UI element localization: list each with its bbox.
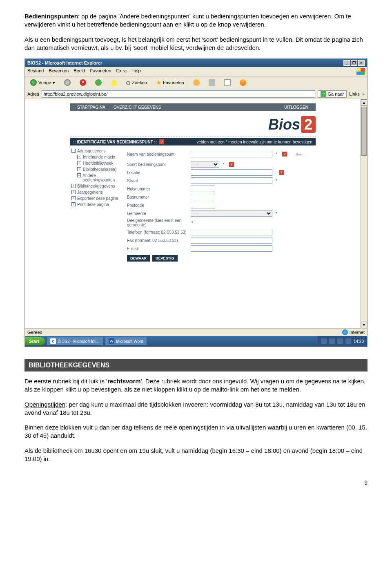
messenger-button[interactable] <box>237 78 249 87</box>
label-straat: Straat <box>127 179 188 183</box>
star-icon: ★ <box>156 80 161 85</box>
expand-icon: + <box>77 167 81 171</box>
vertical-scrollbar[interactable]: ▲ ▼ <box>361 99 367 328</box>
required-star: * <box>276 211 277 216</box>
help-icon[interactable]: ? <box>159 139 164 144</box>
expand-icon: + <box>71 196 76 200</box>
go-button[interactable]: Ga naar <box>318 90 347 98</box>
top-nav: STARTPAGINA OVERZICHT GEGEVENS UITLOGGEN <box>70 103 316 111</box>
status-zone: Internet <box>350 330 365 335</box>
window-titlebar: BIOS2 - Microsoft Internet Explorer _ ❐ … <box>25 59 367 67</box>
tree-adresgegevens[interactable]: −Adresgegevens <box>71 148 125 154</box>
maximize-button[interactable]: ❐ <box>351 60 357 66</box>
tree-inrichtende[interactable]: +Inrichtende macht <box>71 154 125 160</box>
menu-bestand[interactable]: Bestand <box>27 68 44 75</box>
help-icon[interactable]: ? <box>282 152 287 157</box>
red-arrow-icon: ← <box>294 149 303 159</box>
back-button[interactable]: Vorige ▾ <box>27 78 58 87</box>
nav-uitloggen[interactable]: UITLOGGEN <box>280 103 312 111</box>
paragraph-toevoegen: Als u een bedieningspunt toevoegt, is he… <box>24 36 368 52</box>
required-star: * <box>223 162 224 167</box>
forward-button[interactable] <box>61 78 74 87</box>
forward-icon <box>64 79 71 86</box>
label-deelgemeente: Deelgemeente (kies eerst een gemeente) <box>127 218 188 227</box>
input-huisnr[interactable] <box>191 186 215 192</box>
select-soort[interactable]: --- <box>191 161 219 168</box>
logo-row: Bios2 <box>70 116 316 133</box>
nav-overzicht[interactable]: OVERZICHT GEGEVENS <box>109 103 165 111</box>
input-telefoon[interactable] <box>191 229 272 235</box>
tree-jaargegevens[interactable]: +Jaargegevens <box>71 189 125 195</box>
paragraph-bedieningspunten: Bedieningspunten: op de pagina 'Andere b… <box>24 12 368 29</box>
menu-bewerken[interactable]: Bewerken <box>49 68 69 75</box>
favorites-button[interactable]: ★Favorieten <box>153 78 187 87</box>
input-locatie[interactable] <box>191 169 272 176</box>
menu-beeld[interactable]: Beeld <box>74 68 85 75</box>
taskbar-item-word[interactable]: WMicrosoft Word <box>105 337 147 346</box>
taskbar: Start eBIOS2 - Microsoft Int… WMicrosoft… <box>25 336 367 347</box>
refresh-button[interactable] <box>92 78 105 87</box>
paragraph-openingstijden: Openingstijden: per dag kunt u maximaal … <box>24 401 368 417</box>
menu-favorieten[interactable]: Favorieten <box>90 68 111 75</box>
menu-help[interactable]: Help <box>131 68 141 75</box>
scroll-up-icon[interactable]: ▲ <box>361 99 367 106</box>
tray-icon[interactable] <box>337 338 343 344</box>
input-postcode[interactable] <box>191 202 215 208</box>
input-fax[interactable] <box>191 237 272 244</box>
address-input[interactable] <box>42 90 316 98</box>
section-bibliotheekgegevens: BIBLIOTHEEKGEGEVENS <box>24 359 368 371</box>
input-email[interactable] <box>191 245 272 252</box>
input-straat[interactable] <box>191 177 272 184</box>
stop-button[interactable] <box>77 78 89 87</box>
address-label: Adres <box>27 92 39 96</box>
start-button[interactable]: Start <box>25 337 45 345</box>
mail-button[interactable] <box>221 78 234 87</box>
nav-startpagina[interactable]: STARTPAGINA <box>73 103 109 111</box>
tree-bibliothecaris[interactable]: +Bibliothecaris(sen) <box>71 166 125 172</box>
tree-exporteer[interactable]: +Exporteer deze pagina <box>71 195 125 201</box>
required-star: * <box>276 152 277 157</box>
tree-andere-bedien[interactable]: −Andere bedieningspunten <box>71 172 125 183</box>
menu-extra[interactable]: Extra <box>116 68 127 75</box>
close-button[interactable]: × <box>358 60 365 66</box>
go-icon <box>321 91 326 97</box>
history-button[interactable] <box>190 78 203 87</box>
links-label[interactable]: Links <box>349 92 360 96</box>
back-icon <box>30 79 37 86</box>
label-fax: Fax (formaat: 02-553.53.53) <box>127 238 188 243</box>
expand-icon: + <box>71 190 76 194</box>
taskbar-item-ie[interactable]: eBIOS2 - Microsoft Int… <box>47 337 103 346</box>
bewaar-button[interactable]: BEWAAR <box>127 255 150 262</box>
select-gemeente[interactable]: --- <box>191 210 272 217</box>
browser-screenshot: BIOS2 - Microsoft Internet Explorer _ ❐ … <box>24 58 368 347</box>
input-busnr[interactable] <box>191 194 215 200</box>
term-rechtsvorm: rechtsvorm <box>107 378 141 385</box>
required-note: velden met een * moeten ingevuld zijn om… <box>196 140 312 144</box>
home-button[interactable] <box>108 78 120 87</box>
address-bar: Adres Ga naar Links» <box>25 89 367 99</box>
label-telefoon: Telefoon (formaat: 02-553.53.53) <box>127 230 188 235</box>
tree-bibliotheekgeg[interactable]: +Bibliotheekgegevens <box>71 183 125 189</box>
collapse-icon: − <box>71 149 76 153</box>
tray-icon[interactable] <box>329 338 335 344</box>
tree-hoofdbib[interactable]: +Hoofdbibliotheek <box>71 160 125 166</box>
tray-icon[interactable] <box>345 338 351 344</box>
label-soort: Soort bedieningspunt <box>127 162 188 167</box>
minimize-button[interactable]: _ <box>343 60 350 66</box>
tree-print[interactable]: +Print deze pagina <box>71 201 125 208</box>
dotted-divider <box>70 136 316 136</box>
form-column: Naam van bedieningspunt*?← Soort bedieni… <box>127 145 316 264</box>
bevestig-button[interactable]: BEVESTIG <box>152 255 178 262</box>
help-icon[interactable]: ? <box>229 162 234 167</box>
refresh-icon <box>95 79 102 86</box>
scroll-thumb[interactable] <box>361 107 367 156</box>
scroll-down-icon[interactable]: ▼ <box>361 322 367 328</box>
search-button[interactable]: Zoeken <box>123 79 150 86</box>
paragraph-rechtsvorm: De eerste rubriek bij dit luik is 'recht… <box>24 377 368 394</box>
help-icon[interactable]: ? <box>279 170 284 175</box>
word-icon: W <box>109 338 114 344</box>
tray-icon[interactable] <box>321 338 327 344</box>
input-naam[interactable] <box>191 151 272 157</box>
bios2-logo: Bios2 <box>268 116 316 133</box>
print-button[interactable] <box>206 78 218 87</box>
